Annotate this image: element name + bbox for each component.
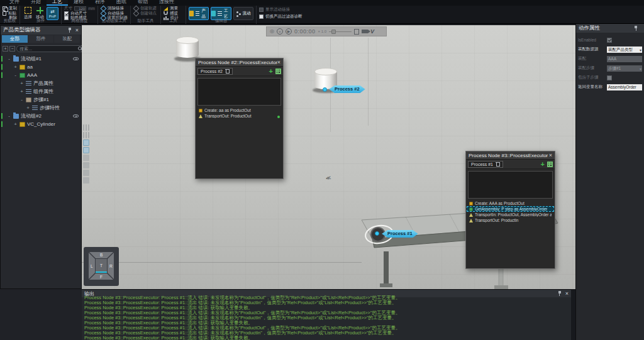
- process-node-1-badge[interactable]: Process #1: [382, 230, 418, 238]
- tree-row[interactable]: - AAA: [1, 71, 81, 79]
- editor-tab[interactable]: 装配: [54, 35, 80, 43]
- viewport-tool-icon[interactable]: [83, 177, 89, 184]
- tree-row[interactable]: + VC_Cylinder: [1, 120, 81, 128]
- add-statement-button[interactable]: +: [269, 68, 273, 75]
- viewport-tool-icon[interactable]: [83, 140, 89, 146]
- expander-icon[interactable]: +: [26, 105, 30, 111]
- return-variable-input[interactable]: AssemblyOrder: [607, 84, 642, 90]
- expander-icon[interactable]: +: [13, 64, 18, 70]
- statement-text: Create: AAA as ProductOut: [475, 201, 525, 206]
- svg-text:T: T: [100, 263, 103, 268]
- routine-grid-icon[interactable]: [547, 162, 553, 167]
- reset-button[interactable]: «: [277, 28, 283, 35]
- tree-item-icon: [26, 81, 31, 85]
- ribbon-tab[interactable]: 工艺: [47, 0, 68, 6]
- close-icon[interactable]: ×: [75, 28, 79, 33]
- output-panel: 输出 × Process Node #3::ProcessExecutor: P…: [82, 289, 571, 340]
- routine-grid-icon[interactable]: [275, 69, 281, 74]
- screenshot-icon[interactable]: [354, 29, 359, 35]
- ribbon-tab[interactable]: 图纸: [111, 0, 132, 6]
- process-node-1-dot[interactable]: [375, 231, 379, 236]
- tree-row[interactable]: - 步骤#1: [1, 96, 81, 104]
- expander-icon[interactable]: -: [7, 56, 11, 62]
- ribbon-tab[interactable]: 文件: [4, 0, 25, 6]
- view-cube[interactable]: B L R T F: [84, 247, 119, 286]
- show-links-toggle[interactable]: 显示运动链接: [259, 8, 328, 12]
- search-input[interactable]: [19, 47, 77, 51]
- editor-tab[interactable]: 部件: [28, 35, 54, 43]
- flow-area[interactable]: [468, 171, 553, 199]
- dialog-titlebar[interactable]: Process Node #3::ProcessExecutor ×: [466, 151, 555, 160]
- statement-row[interactable]: GetAssembly: P step as AssemblyOrder: [467, 206, 554, 212]
- group-label: 运动链接工具: [98, 18, 130, 24]
- close-icon[interactable]: ×: [549, 153, 552, 158]
- filter-diagnostics-toggle[interactable]: 切换产品过滤器诊断: [259, 14, 328, 19]
- tree-row[interactable]: - 流动组#2: [1, 112, 81, 120]
- process-tab[interactable]: Process #2: [197, 68, 233, 75]
- ribbon-tab[interactable]: 连接性: [153, 0, 180, 6]
- tree-item-icon: [13, 57, 19, 62]
- process-node-2-badge[interactable]: Process #2: [329, 85, 365, 93]
- flow-area[interactable]: [197, 78, 281, 106]
- tree-row[interactable]: + aa: [1, 63, 81, 71]
- tree-item-label: VC_Cylinder: [27, 121, 79, 127]
- statement-row[interactable]: TransportOut: ProductOut: [196, 113, 282, 119]
- statement-row[interactable]: Create: aa as ProductOut: [196, 107, 282, 113]
- visibility-eye-icon[interactable]: [73, 57, 79, 60]
- ribbon-tab[interactable]: 开始: [25, 0, 47, 6]
- delete-process-icon[interactable]: [496, 162, 500, 167]
- collapse-all-button[interactable]: −: [9, 46, 15, 52]
- viewport-tool-icon[interactable]: [83, 124, 89, 131]
- record-video-icon[interactable]: [362, 30, 368, 33]
- process-node-2-dot[interactable]: [323, 87, 327, 92]
- expander-icon[interactable]: -: [19, 97, 24, 102]
- ribbon-tab[interactable]: 建模: [68, 0, 89, 6]
- assembly-source-dropdown[interactable]: 装配产品类型: [607, 47, 642, 53]
- tree-row[interactable]: + 步骤特性: [1, 104, 81, 112]
- property-label: 返回变量名称: [578, 84, 605, 90]
- auto-size-checkbox[interactable]: [64, 11, 69, 16]
- expander-icon[interactable]: +: [19, 80, 24, 86]
- expander-icon[interactable]: -: [7, 113, 11, 119]
- visibility-eye-icon[interactable]: [73, 114, 79, 118]
- close-icon[interactable]: ×: [277, 60, 280, 65]
- delete-process-icon[interactable]: [225, 69, 230, 74]
- show-links-checkbox[interactable]: [259, 8, 264, 12]
- settings-icon[interactable]: ◎: [270, 29, 274, 34]
- pin-icon[interactable]: [634, 26, 638, 31]
- viewport-tool-icon[interactable]: [83, 132, 89, 138]
- ribbon-tab[interactable]: 帮助: [132, 0, 153, 6]
- statement-list: Create: AAA as ProductOut GetAssembly: P…: [466, 200, 555, 223]
- speed-slider[interactable]: [329, 31, 352, 32]
- tree-item-label: 流动组#2: [21, 112, 71, 119]
- viewport-tool-icon[interactable]: [83, 170, 89, 176]
- pin-icon[interactable]: [68, 28, 72, 33]
- play-button[interactable]: ▶: [286, 28, 292, 35]
- tree-row[interactable]: + 产品属性: [1, 79, 81, 87]
- filter-diagnostics-checkbox[interactable]: [259, 14, 264, 19]
- cylinder-product-1[interactable]: [176, 36, 199, 60]
- add-statement-button[interactable]: +: [541, 161, 545, 168]
- editor-tab[interactable]: 全部: [2, 35, 28, 43]
- expander-icon[interactable]: +: [13, 121, 18, 127]
- expand-all-button[interactable]: +: [3, 46, 8, 52]
- dialog-titlebar[interactable]: Process Node #2::ProcessExecutor ×: [196, 58, 283, 67]
- viewport-tool-icon[interactable]: [83, 147, 89, 153]
- helper-tool-button[interactable]: 创建锚点: [133, 11, 158, 16]
- product-editor-label: 产品: [201, 8, 208, 19]
- viewport-tool-icon[interactable]: [83, 162, 89, 168]
- viewport-tool-icon[interactable]: [83, 155, 89, 161]
- process-tab[interactable]: Process #1: [468, 161, 503, 168]
- statement-row[interactable]: TransportIn: ProductOut, AssemblyOrder a…: [467, 212, 554, 217]
- ribbon-tab[interactable]: 程序: [89, 0, 111, 6]
- tree-item-icon: [32, 106, 38, 110]
- tree-row[interactable]: + 组件属性: [1, 87, 81, 96]
- expander-icon[interactable]: +: [19, 89, 24, 94]
- statement-row[interactable]: Create: AAA as ProductOut: [467, 200, 554, 206]
- expander-icon[interactable]: -: [13, 72, 18, 78]
- tree-row[interactable]: - 流动组#1: [1, 55, 81, 63]
- output-log[interactable]: Process Node #3::ProcessExecutor: Proces…: [84, 295, 570, 340]
- statement-row[interactable]: TransportOut: ProductIn: [467, 217, 554, 223]
- viewport-toolbar: [83, 124, 89, 184]
- is-enabled-checkbox[interactable]: [607, 38, 612, 43]
